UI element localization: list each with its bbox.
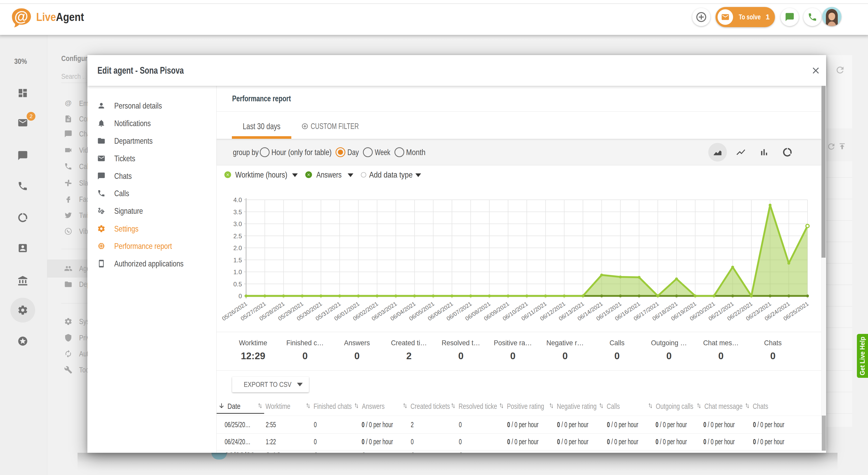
- svg-text:3.5: 3.5: [234, 209, 242, 216]
- svg-text:1.0: 1.0: [234, 268, 242, 276]
- svg-text:0.5: 0.5: [234, 281, 242, 288]
- svg-text:0: 0: [239, 292, 242, 299]
- svg-text:2.0: 2.0: [234, 245, 242, 251]
- svg-text:2.5: 2.5: [234, 232, 242, 240]
- svg-text:4.0: 4.0: [234, 196, 242, 203]
- svg-text:1.5: 1.5: [234, 257, 242, 263]
- svg-text:3.0: 3.0: [234, 220, 242, 227]
